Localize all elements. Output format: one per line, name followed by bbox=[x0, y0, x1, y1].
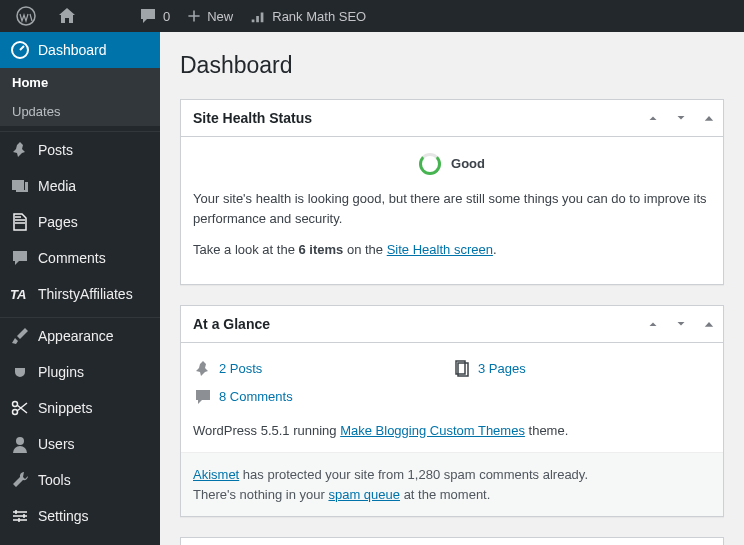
dashboard-icon bbox=[10, 40, 30, 60]
svg-point-5 bbox=[16, 437, 24, 445]
health-link-line: Take a look at the 6 items on the Site H… bbox=[193, 240, 711, 260]
move-up-button[interactable] bbox=[639, 308, 667, 340]
page-title: Dashboard bbox=[180, 52, 724, 79]
move-down-button[interactable] bbox=[667, 308, 695, 340]
comment-count: 0 bbox=[163, 9, 170, 24]
wp-version: WordPress 5.5.1 running Make Blogging Cu… bbox=[193, 421, 711, 441]
toggle-button[interactable] bbox=[695, 102, 723, 134]
submenu-home[interactable]: Home bbox=[0, 68, 160, 97]
toggle-button[interactable] bbox=[695, 308, 723, 340]
pin-icon bbox=[10, 140, 30, 160]
move-up-button[interactable] bbox=[639, 102, 667, 134]
menu-comments[interactable]: Comments bbox=[0, 240, 160, 276]
new-content[interactable]: New bbox=[178, 8, 241, 24]
glance-pages: 3 Pages bbox=[452, 355, 711, 383]
admin-toolbar: 0 New Rank Math SEO bbox=[0, 0, 744, 32]
pages-icon bbox=[452, 359, 472, 379]
user-icon bbox=[10, 434, 30, 454]
health-status: Good bbox=[193, 153, 711, 175]
site-health-box: Site Health Status Good Your site's heal… bbox=[180, 99, 724, 285]
home-icon[interactable] bbox=[49, 6, 90, 26]
at-a-glance-box: At a Glance 2 Posts 3 Pages 8 Comments W… bbox=[180, 305, 724, 518]
submenu-updates[interactable]: Updates bbox=[0, 97, 160, 126]
menu-snippets[interactable]: Snippets bbox=[0, 390, 160, 426]
svg-text:TA: TA bbox=[10, 287, 26, 302]
move-down-button[interactable] bbox=[667, 540, 695, 545]
site-health-heading: Site Health Status bbox=[181, 100, 639, 136]
move-down-button[interactable] bbox=[667, 102, 695, 134]
spam-queue-link[interactable]: spam queue bbox=[328, 487, 400, 502]
plugin-icon bbox=[10, 362, 30, 382]
menu-settings[interactable]: Settings bbox=[0, 498, 160, 534]
wrench-icon bbox=[10, 470, 30, 490]
wp-logo[interactable] bbox=[8, 6, 49, 26]
comment-icon bbox=[10, 248, 30, 268]
health-ring-icon bbox=[419, 153, 441, 175]
ta-icon: TA bbox=[10, 284, 30, 304]
page-icon bbox=[10, 212, 30, 232]
akismet-link[interactable]: Akismet bbox=[193, 467, 239, 482]
menu-plugins[interactable]: Plugins bbox=[0, 354, 160, 390]
menu-posts[interactable]: Posts bbox=[0, 132, 160, 168]
site-health-link[interactable]: Site Health screen bbox=[387, 242, 493, 257]
settings-icon bbox=[10, 506, 30, 526]
glance-comments: 8 Comments bbox=[193, 383, 452, 411]
glance-posts: 2 Posts bbox=[193, 355, 452, 383]
menu-tools[interactable]: Tools bbox=[0, 462, 160, 498]
media-icon bbox=[10, 176, 30, 196]
theme-link[interactable]: Make Blogging Custom Themes bbox=[340, 423, 525, 438]
comments-link[interactable]: 0 bbox=[130, 6, 178, 26]
activity-box: Activity bbox=[180, 537, 724, 545]
glance-heading: At a Glance bbox=[181, 306, 639, 342]
menu-media[interactable]: Media bbox=[0, 168, 160, 204]
menu-pages[interactable]: Pages bbox=[0, 204, 160, 240]
menu-users[interactable]: Users bbox=[0, 426, 160, 462]
health-desc: Your site's health is looking good, but … bbox=[193, 189, 711, 228]
activity-heading: Activity bbox=[181, 538, 639, 545]
brush-icon bbox=[10, 326, 30, 346]
pin-icon bbox=[193, 359, 213, 379]
akismet-notice: Akismet has protected your site from 1,2… bbox=[181, 452, 723, 516]
toggle-button[interactable] bbox=[695, 540, 723, 545]
arrow-icon bbox=[160, 42, 168, 58]
scissors-icon bbox=[10, 398, 30, 418]
rank-math-seo[interactable]: Rank Math SEO bbox=[241, 7, 374, 25]
main-content: Dashboard Site Health Status Good Your s… bbox=[160, 32, 744, 545]
menu-dashboard[interactable]: Dashboard bbox=[0, 32, 160, 68]
comment-icon bbox=[193, 387, 213, 407]
submenu-dashboard: Home Updates bbox=[0, 68, 160, 126]
move-up-button[interactable] bbox=[639, 540, 667, 545]
menu-thirstyaffiliates[interactable]: TAThirstyAffiliates bbox=[0, 276, 160, 312]
admin-sidebar: Dashboard Home Updates Posts Media Pages… bbox=[0, 32, 160, 545]
menu-appearance[interactable]: Appearance bbox=[0, 318, 160, 354]
